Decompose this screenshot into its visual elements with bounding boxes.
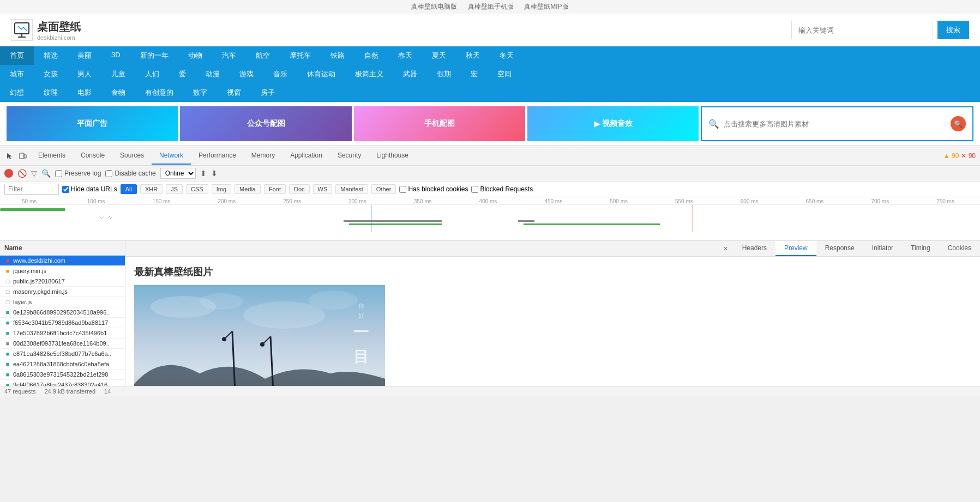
filter-tag-font[interactable]: Font [264,184,286,194]
nav-item-tielu[interactable]: 铁路 [321,46,354,65]
filter-tag-css[interactable]: CSS [186,184,208,194]
tab-memory[interactable]: Memory [244,147,282,165]
tab-console[interactable]: Console [73,147,112,165]
nav-item-dianying[interactable]: 电影 [68,83,101,102]
nav-item-kongjian[interactable]: 空间 [488,65,521,83]
nav-item-ai[interactable]: 爱 [169,65,196,83]
nav-item-hangkong[interactable]: 航空 [246,46,280,65]
nav-item-nvhai[interactable]: 女孩 [34,65,68,83]
nav-item-ertong[interactable]: 儿童 [101,65,135,83]
disable-cache-checkbox[interactable]: Disable cache [105,170,155,177]
detail-tab-cookies[interactable]: Cookies [939,241,980,256]
name-item-img5[interactable]: ■ e871ea34826e5ef38bd077b7c6a6a.. [0,349,125,359]
download-icon[interactable]: ⬇ [211,169,218,178]
nav-item-dongtian[interactable]: 冬天 [490,46,524,65]
filter-tag-js[interactable]: JS [166,184,183,194]
nav-item-motuo[interactable]: 摩托车 [280,46,321,65]
banner-pingmian[interactable]: 平面广告 [7,106,178,141]
nav-item-shiwu[interactable]: 食物 [101,83,135,102]
banner-search-button[interactable]: 🔍 [951,116,966,131]
nav-item-nanren[interactable]: 男人 [68,65,101,83]
nav-item-huanxiang[interactable]: 幻想 [0,83,34,102]
nav-item-jingxuan[interactable]: 精选 [34,46,68,65]
cursor-icon[interactable] [4,150,15,161]
filter-tag-all[interactable]: All [121,184,137,194]
name-item-img4[interactable]: ■ 00d2308ef093731fea68ce1164b09.. [0,338,125,349]
filter-tag-img[interactable]: Img [212,184,231,194]
filter-tag-other[interactable]: Other [371,184,396,194]
detail-tab-headers[interactable]: Headers [734,241,775,256]
nav-item-ziran[interactable]: 自然 [354,46,388,65]
search-network-button[interactable]: 🔍 [41,169,51,178]
tab-elements[interactable]: Elements [31,147,73,165]
tab-lighthouse[interactable]: Lighthouse [369,147,416,165]
record-button[interactable] [4,169,13,178]
nav-item-home[interactable]: 首页 [0,46,34,65]
name-item-img3[interactable]: ■ 17e5037892b6ff1bcdc7c435f496b1 [0,328,125,338]
clear-button[interactable]: 🚫 [17,169,27,178]
header-search-input[interactable] [791,21,933,39]
detail-tab-preview[interactable]: Preview [775,241,816,256]
name-item-img8[interactable]: ■ 9ef4f06617a8fce2437c838302a416.. [0,380,125,386]
banner-search-input[interactable] [724,120,951,128]
name-item-img6[interactable]: ■ ea4621288a31868cbbfa6c0eba5efa [0,359,125,370]
banner-video[interactable]: ▶视频音效 [527,106,699,141]
name-item-img2[interactable]: ■ f6534e3041b57989d86ad9ba88117 [0,318,125,328]
name-item-publicjs[interactable]: □ public.js?20180617 [0,276,125,287]
preserve-log-checkbox[interactable]: Preserve log [55,170,101,177]
filter-tag-manifest[interactable]: Manifest [335,184,368,194]
nav-item-wenli[interactable]: 纹理 [34,83,68,102]
tab-network[interactable]: Network [152,147,191,165]
tab-security[interactable]: Security [330,147,369,165]
nav-item-xiatian[interactable]: 夏天 [422,46,456,65]
banner-gongzhong[interactable]: 公众号配图 [180,106,351,141]
tab-sources[interactable]: Sources [112,147,152,165]
name-item-layer[interactable]: □ layer.js [0,297,125,307]
filter-input[interactable] [4,184,59,195]
filter-tag-media[interactable]: Media [235,184,261,194]
upload-icon[interactable]: ⬆ [200,169,207,178]
tab-application[interactable]: Application [282,147,330,165]
name-item-img7[interactable]: ■ 0a8615303e9731545322bd21ef298 [0,370,125,380]
detail-tab-initiator[interactable]: Initiator [863,241,902,256]
filter-tag-xhr[interactable]: XHR [140,184,163,194]
nav-item-hong[interactable]: 宏 [461,65,488,83]
name-item-img1[interactable]: ■ 0e129b866d89902952034518a996.. [0,307,125,318]
nav-item-jiaqi[interactable]: 假期 [427,65,461,83]
hide-data-urls-checkbox[interactable]: Hide data URLs [62,185,117,193]
nav-item-renmen[interactable]: 人们 [135,65,169,83]
topbar-link-desktop[interactable]: 真棒壁纸电脑版 [411,3,457,10]
nav-item-fangzi[interactable]: 房子 [251,83,285,102]
nav-item-jijian[interactable]: 极简主义 [345,65,393,83]
name-item-masonry[interactable]: □ masonry.pkgd.min.js [0,287,125,297]
nav-item-qiutian[interactable]: 秋天 [456,46,490,65]
detail-close-button[interactable]: × [718,241,733,256]
throttle-select[interactable]: Online [160,168,196,179]
filter-icon[interactable]: ▽ [31,169,37,178]
topbar-link-mip[interactable]: 真棒壁纸MIP版 [524,3,568,10]
nav-item-youxi[interactable]: 游戏 [230,65,263,83]
name-item-deskbizhi[interactable]: ■ www.deskbizhi.com [0,256,125,266]
filter-tag-ws[interactable]: WS [313,184,333,194]
nav-item-shuzi[interactable]: 数字 [183,83,217,102]
nav-item-chuntian[interactable]: 春天 [388,46,422,65]
has-blocked-cookies-checkbox[interactable]: Has blocked cookies [399,185,468,193]
nav-item-tiyu[interactable]: 休育运动 [297,65,345,83]
name-item-jquery[interactable]: ■ jquery.min.js [0,266,125,276]
nav-item-meili[interactable]: 美丽 [68,46,101,65]
nav-item-3d[interactable]: 3D [101,46,130,65]
header-search-button[interactable]: 搜索 [937,21,969,39]
nav-item-chengshi[interactable]: 城市 [0,65,34,83]
nav-item-shichuang[interactable]: 视窗 [217,83,251,102]
nav-item-dongwu[interactable]: 动物 [178,46,212,65]
device-toolbar-icon[interactable] [17,150,28,161]
filter-tag-doc[interactable]: Doc [289,184,310,194]
nav-item-creative[interactable]: 有创意的 [135,83,183,102]
nav-item-wuqi[interactable]: 武器 [393,65,427,83]
banner-shouji[interactable]: 手机配图 [354,106,525,141]
detail-tab-timing[interactable]: Timing [902,241,939,256]
nav-item-xinnian[interactable]: 新的一年 [130,46,178,65]
tab-performance[interactable]: Performance [191,147,244,165]
nav-item-dongman[interactable]: 动漫 [196,65,230,83]
nav-item-yinyue[interactable]: 音乐 [263,65,297,83]
